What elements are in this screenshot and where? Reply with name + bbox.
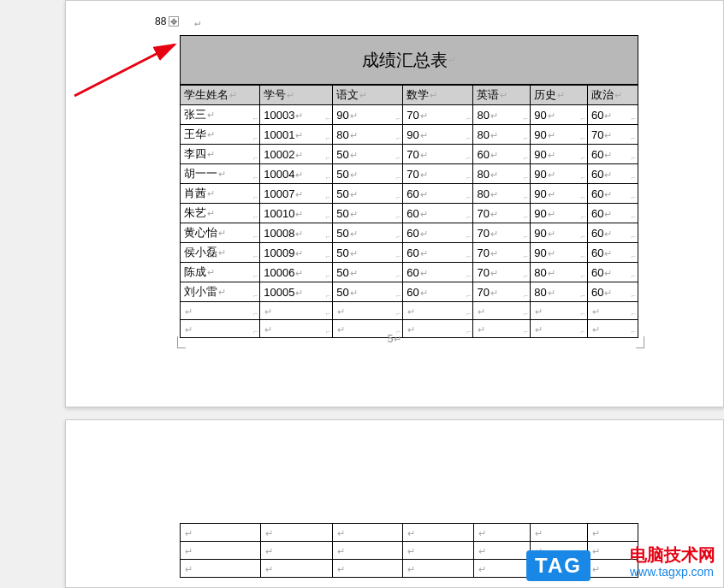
table-cell[interactable]: 70↵⌐ bbox=[473, 282, 531, 302]
table-row[interactable]: 侯小磊↵⌐10009↵⌐50↵⌐60↵⌐70↵⌐90↵⌐60↵⌐ bbox=[181, 243, 638, 263]
table-cell[interactable]: ↵⌐ bbox=[403, 302, 473, 320]
table-cell[interactable]: 50↵⌐ bbox=[333, 164, 403, 184]
table-cell[interactable]: 50↵⌐ bbox=[333, 223, 403, 243]
table-cell[interactable]: 80↵⌐ bbox=[473, 125, 531, 145]
table-cell[interactable]: 10005↵⌐ bbox=[260, 282, 333, 302]
header-cell[interactable]: 政治↵ bbox=[587, 86, 638, 105]
table-cell[interactable]: 70↵⌐ bbox=[587, 125, 638, 145]
table-row[interactable]: 陈成↵⌐10006↵⌐50↵⌐60↵⌐70↵⌐80↵⌐60↵⌐ bbox=[181, 263, 638, 282]
table-cell[interactable]: 70↵⌐ bbox=[473, 223, 531, 243]
table-cell[interactable]: 60↵⌐ bbox=[587, 223, 638, 243]
table-cell[interactable]: ↵ bbox=[473, 524, 531, 542]
table-cell[interactable]: 黄心怡↵⌐ bbox=[181, 223, 260, 243]
table-cell[interactable]: 80↵⌐ bbox=[531, 282, 588, 302]
header-cell[interactable]: 数学↵ bbox=[403, 86, 473, 105]
table-cell[interactable]: 50↵⌐ bbox=[333, 204, 403, 223]
table-cell[interactable]: 80↵⌐ bbox=[473, 184, 531, 204]
table-cell[interactable]: 60↵⌐ bbox=[587, 204, 638, 223]
table-cell[interactable]: 60↵⌐ bbox=[587, 145, 638, 164]
table-cell[interactable]: ↵ bbox=[403, 560, 473, 578]
table-row[interactable]: ↵↵↵↵↵↵↵ bbox=[181, 524, 638, 542]
table-cell[interactable]: 侯小磊↵⌐ bbox=[181, 243, 260, 263]
table-cell[interactable]: 10008↵⌐ bbox=[260, 223, 333, 243]
table-cell[interactable]: 张三↵⌐ bbox=[181, 105, 260, 125]
table-cell[interactable]: ↵ bbox=[531, 524, 588, 542]
table-cell[interactable]: 80↵⌐ bbox=[531, 263, 588, 282]
score-table-body[interactable]: 学生姓名↵学号↵语文↵数学↵英语↵历史↵政治↵ 张三↵⌐10003↵⌐90↵⌐7… bbox=[180, 85, 638, 338]
table-cell[interactable]: 50↵⌐ bbox=[333, 282, 403, 302]
table-cell[interactable]: 90↵⌐ bbox=[531, 105, 588, 125]
table-cell[interactable]: 90↵⌐ bbox=[403, 125, 473, 145]
table-cell[interactable]: 90↵⌐ bbox=[333, 105, 403, 125]
table-cell[interactable]: ↵ bbox=[473, 560, 531, 578]
table-cell[interactable]: 80↵⌐ bbox=[333, 125, 403, 145]
table-cell[interactable]: 90↵⌐ bbox=[531, 164, 588, 184]
table-cell[interactable]: 10010↵⌐ bbox=[260, 204, 333, 223]
table-move-handle-icon[interactable]: ✥ bbox=[169, 16, 179, 27]
score-table[interactable]: 成绩汇总表↵ 学生姓名↵学号↵语文↵数学↵英语↵历史↵政治↵ 张三↵⌐10003… bbox=[180, 35, 638, 338]
table-row[interactable]: 朱艺↵⌐10010↵⌐50↵⌐60↵⌐70↵⌐90↵⌐60↵⌐ bbox=[181, 204, 638, 223]
header-cell[interactable]: 英语↵ bbox=[473, 86, 531, 105]
table-cell[interactable]: 60↵⌐ bbox=[403, 223, 473, 243]
document-page-1[interactable]: 88 ✥ ↵ 成绩汇总表↵ 学生姓名↵学号↵语文↵数学↵英语↵历史↵政治↵ 张三… bbox=[65, 0, 724, 407]
table-cell[interactable]: ↵⌐ bbox=[473, 302, 531, 320]
table-cell[interactable]: 10006↵⌐ bbox=[260, 263, 333, 282]
table-cell[interactable]: 60↵⌐ bbox=[587, 164, 638, 184]
table-row[interactable]: 张三↵⌐10003↵⌐90↵⌐70↵⌐80↵⌐90↵⌐60↵⌐ bbox=[181, 105, 638, 125]
table-cell[interactable]: ↵⌐ bbox=[531, 302, 588, 320]
table-row[interactable]: 肖茜↵⌐10007↵⌐50↵⌐60↵⌐80↵⌐90↵⌐60↵⌐ bbox=[181, 184, 638, 204]
table-cell[interactable]: ↵⌐ bbox=[181, 302, 260, 320]
table-row[interactable]: 李四↵⌐10002↵⌐50↵⌐70↵⌐60↵⌐90↵⌐60↵⌐ bbox=[181, 145, 638, 164]
table-cell[interactable]: 80↵⌐ bbox=[473, 164, 531, 184]
table-cell[interactable]: 60↵⌐ bbox=[587, 282, 638, 302]
table-cell[interactable]: 90↵⌐ bbox=[531, 184, 588, 204]
header-cell[interactable]: 语文↵ bbox=[333, 86, 403, 105]
header-cell[interactable]: 学生姓名↵ bbox=[181, 86, 260, 105]
table-cell[interactable]: ↵ bbox=[473, 542, 531, 560]
table-cell[interactable]: 王华↵⌐ bbox=[181, 125, 260, 145]
table-header-row[interactable]: 学生姓名↵学号↵语文↵数学↵英语↵历史↵政治↵ bbox=[181, 86, 638, 105]
table-cell[interactable]: 50↵⌐ bbox=[333, 184, 403, 204]
table-cell[interactable]: ↵ bbox=[181, 560, 261, 578]
table-cell[interactable]: ↵ bbox=[403, 524, 473, 542]
header-cell[interactable]: 历史↵ bbox=[531, 86, 588, 105]
table-cell[interactable]: ↵ bbox=[260, 524, 332, 542]
table-cell[interactable]: 朱艺↵⌐ bbox=[181, 204, 260, 223]
table-row[interactable]: ↵⌐↵⌐↵⌐↵⌐↵⌐↵⌐↵⌐ bbox=[181, 302, 638, 320]
table-cell[interactable]: 70↵⌐ bbox=[473, 243, 531, 263]
table-cell[interactable]: 50↵⌐ bbox=[333, 145, 403, 164]
table-cell[interactable]: ↵ bbox=[181, 524, 261, 542]
table-cell[interactable]: ↵ bbox=[403, 542, 473, 560]
table-cell[interactable]: 90↵⌐ bbox=[531, 204, 588, 223]
table-cell[interactable]: ↵⌐ bbox=[587, 302, 638, 320]
table-cell[interactable]: 陈成↵⌐ bbox=[181, 263, 260, 282]
table-cell[interactable]: 50↵⌐ bbox=[333, 263, 403, 282]
table-cell[interactable]: ↵⌐ bbox=[260, 302, 333, 320]
table-cell[interactable]: 90↵⌐ bbox=[531, 145, 588, 164]
table-row[interactable]: 黄心怡↵⌐10008↵⌐50↵⌐60↵⌐70↵⌐90↵⌐60↵⌐ bbox=[181, 223, 638, 243]
table-cell[interactable]: ↵⌐ bbox=[333, 302, 403, 320]
table-cell[interactable]: 10007↵⌐ bbox=[260, 184, 333, 204]
table-cell[interactable]: 60↵⌐ bbox=[587, 105, 638, 125]
document-page-2[interactable]: ↵↵↵↵↵↵↵↵↵↵↵↵↵↵↵↵↵↵↵↵↵ bbox=[65, 419, 724, 588]
table-cell[interactable]: 50↵⌐ bbox=[333, 243, 403, 263]
table-cell[interactable]: ↵ bbox=[260, 560, 332, 578]
header-cell[interactable]: 学号↵ bbox=[260, 86, 333, 105]
table-cell[interactable]: ↵ bbox=[181, 542, 261, 560]
table-cell[interactable]: 90↵⌐ bbox=[531, 223, 588, 243]
table-cell[interactable]: 90↵⌐ bbox=[531, 125, 588, 145]
table-row[interactable]: 胡一一↵⌐10004↵⌐50↵⌐70↵⌐80↵⌐90↵⌐60↵⌐ bbox=[181, 164, 638, 184]
table-cell[interactable]: 70↵⌐ bbox=[403, 145, 473, 164]
table-cell[interactable]: 肖茜↵⌐ bbox=[181, 184, 260, 204]
table-cell[interactable]: 90↵⌐ bbox=[531, 243, 588, 263]
table-cell[interactable]: 70↵⌐ bbox=[403, 105, 473, 125]
table-cell[interactable]: 60↵⌐ bbox=[403, 282, 473, 302]
table-cell[interactable]: 60↵⌐ bbox=[473, 145, 531, 164]
table-cell[interactable]: 10003↵⌐ bbox=[260, 105, 333, 125]
table-cell[interactable]: 70↵⌐ bbox=[403, 164, 473, 184]
table-cell[interactable]: 李四↵⌐ bbox=[181, 145, 260, 164]
table-cell[interactable]: 60↵⌐ bbox=[587, 184, 638, 204]
table-cell[interactable]: 10001↵⌐ bbox=[260, 125, 333, 145]
table-row[interactable]: 王华↵⌐10001↵⌐80↵⌐90↵⌐80↵⌐90↵⌐70↵⌐ bbox=[181, 125, 638, 145]
table-cell[interactable]: 10009↵⌐ bbox=[260, 243, 333, 263]
